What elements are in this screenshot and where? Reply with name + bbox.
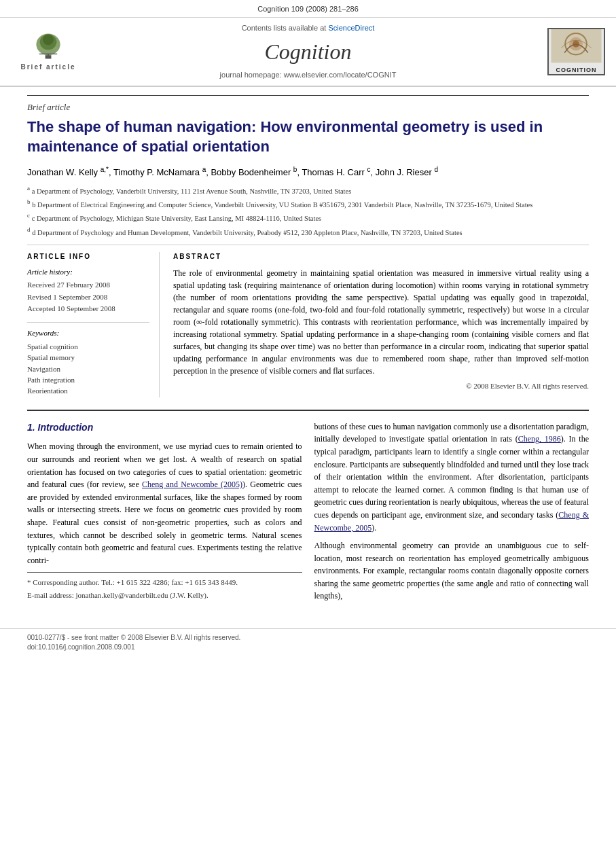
section-1-para3: Although environmental geometry can prov…: [314, 539, 590, 603]
abstract-text: The role of environmental geometry in ma…: [173, 267, 589, 377]
article-type-label: Brief article: [27, 95, 589, 113]
sciencedirect-link[interactable]: ScienceDirect: [328, 24, 374, 32]
svg-point-8: [38, 43, 40, 46]
footnote-email: E-mail address: jonathan.kelly@vanderbil…: [27, 590, 302, 601]
affiliation-b: b b Department of Electrical Engineering…: [27, 198, 589, 210]
page-container: Cognition 109 (2008) 281–286: [0, 0, 616, 656]
svg-point-9: [56, 43, 58, 46]
main-col-left: 1. Introduction When moving through the …: [27, 420, 302, 608]
journal-header-center: Contents lists available at ScienceDirec…: [86, 23, 530, 80]
section-1-para1: When moving through the environment, we …: [27, 440, 302, 567]
keyword-1: Spatial cognition: [27, 342, 149, 352]
affiliations: a a Department of Psychology, Vanderbilt…: [27, 184, 589, 238]
journal-homepage: journal homepage: www.elsevier.com/locat…: [86, 70, 530, 80]
article-title: The shape of human navigation: How envir…: [27, 118, 589, 156]
keyword-3: Navigation: [27, 364, 149, 374]
svg-point-7: [55, 47, 58, 50]
main-col-right: butions of these cues to human navigatio…: [314, 420, 590, 608]
elsevier-wordmark: Brief article: [20, 62, 75, 72]
journal-header: Brief article Contents lists available a…: [0, 18, 616, 87]
author-names: Jonathan W. Kelly a,*, Timothy P. McNama…: [27, 167, 438, 177]
cheng-1986-link[interactable]: Cheng, 1986: [518, 434, 561, 444]
footnote-star: * Corresponding author. Tel.: +1 615 322…: [27, 577, 302, 588]
top-bar: Cognition 109 (2008) 281–286: [0, 0, 616, 18]
received-date: Received 27 February 2008: [27, 280, 149, 290]
affiliation-d: d d Department of Psychology and Human D…: [27, 226, 589, 238]
svg-point-3: [43, 35, 54, 46]
cheng-newcombe-2005-link[interactable]: Cheng & Newcombe, 2005: [314, 510, 590, 533]
elsevier-logo: Brief article: [18, 31, 79, 72]
cognition-logo-box: COGNITION: [547, 28, 605, 75]
cognition-logo-graphic: [551, 29, 602, 62]
cheng-newcombe-link[interactable]: Cheng and Newcombe (2005): [142, 480, 242, 489]
svg-point-6: [39, 47, 42, 50]
keyword-2: Spatial memory: [27, 353, 149, 363]
journal-title: Cognition: [86, 37, 530, 67]
elsevier-logo-section: Brief article: [11, 31, 86, 72]
affiliation-c: c c Department of Psychology, Michigan S…: [27, 211, 589, 223]
elsevier-tree-svg: [24, 31, 72, 61]
contents-available: Contents lists available at ScienceDirec…: [86, 23, 530, 33]
article-history-label: Article history:: [27, 267, 149, 277]
abstract-heading: ABSTRACT: [173, 252, 589, 262]
article-info-col: ARTICLE INFO Article history: Received 2…: [27, 252, 160, 397]
section-1-title: 1. Introduction: [27, 420, 302, 435]
copyright-line: © 2008 Elsevier B.V. All rights reserved…: [173, 381, 589, 391]
bottom-line-2: doi:10.1016/j.cognition.2008.09.001: [27, 643, 589, 652]
section-1-para2: butions of these cues to human navigatio…: [314, 420, 590, 534]
journal-logo-right: COGNITION: [530, 28, 605, 75]
cognition-logo-text: COGNITION: [556, 66, 597, 75]
bottom-bar: 0010-0277/$ - see front matter © 2008 El…: [0, 628, 616, 656]
keyword-4: Path integration: [27, 375, 149, 385]
main-content: 1. Introduction When moving through the …: [27, 410, 589, 608]
keywords-section: Keywords: Spatial cognition Spatial memo…: [27, 322, 149, 396]
info-abstract-section: ARTICLE INFO Article history: Received 2…: [27, 245, 589, 397]
bottom-line-1: 0010-0277/$ - see front matter © 2008 El…: [27, 633, 589, 643]
article-body: Brief article The shape of human navigat…: [0, 87, 616, 622]
article-info-heading: ARTICLE INFO: [27, 252, 149, 262]
footnotes: * Corresponding author. Tel.: +1 615 322…: [27, 572, 302, 601]
abstract-col: ABSTRACT The role of environmental geome…: [173, 252, 589, 397]
keywords-label: Keywords:: [27, 328, 149, 338]
revised-date: Revised 1 September 2008: [27, 292, 149, 302]
accepted-date: Accepted 10 September 2008: [27, 304, 149, 314]
keyword-5: Reorientation: [27, 386, 149, 396]
journal-citation: Cognition 109 (2008) 281–286: [257, 5, 359, 13]
authors-line: Jonathan W. Kelly a,*, Timothy P. McNama…: [27, 164, 589, 179]
affiliation-a: a a Department of Psychology, Vanderbilt…: [27, 184, 589, 196]
